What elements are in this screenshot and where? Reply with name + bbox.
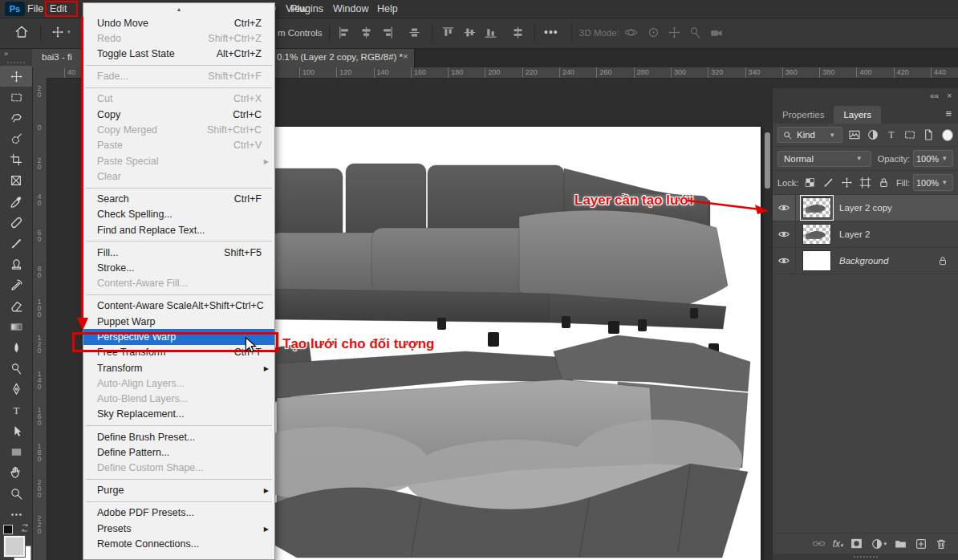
edit-menu-item[interactable]: Define Brush Preset... — [83, 429, 274, 444]
color-swatches[interactable] — [2, 528, 31, 560]
layer-row[interactable]: Layer 2 — [773, 221, 958, 248]
menu-plugins[interactable]: Plugins — [287, 0, 327, 18]
add-layer-mask-icon[interactable] — [850, 537, 863, 550]
edit-menu-item[interactable]: Auto-Blend Layers... — [83, 392, 274, 407]
edit-menu-item[interactable]: Define Custom Shape... — [83, 461, 274, 476]
align-left-edges-icon[interactable] — [338, 26, 351, 39]
3d-orbit-icon[interactable] — [624, 26, 638, 39]
align-top-edges-icon[interactable] — [441, 26, 455, 39]
link-layers-icon[interactable] — [812, 537, 826, 550]
align-right-edges-icon[interactable] — [380, 26, 394, 39]
edit-menu-item[interactable]: Sky Replacement... — [83, 407, 274, 422]
filter-shape-icon[interactable] — [903, 128, 916, 141]
edit-menu-item[interactable]: Clear — [83, 168, 274, 184]
transform-controls-label[interactable]: m Controls — [278, 28, 323, 38]
tool-eraser[interactable] — [0, 295, 32, 316]
tool-spot-healing-brush[interactable] — [0, 212, 32, 233]
edit-menu-item[interactable] — [83, 62, 274, 69]
edit-menu-item[interactable] — [83, 291, 274, 298]
blend-mode-select[interactable]: Normal▼ — [777, 151, 871, 167]
edit-menu-item[interactable]: Paste Special ▶ — [83, 153, 274, 168]
edit-menu-item[interactable]: Copy Ctrl+C — [83, 107, 274, 122]
swap-colors-icon[interactable] — [20, 523, 30, 533]
3d-roll-icon[interactable] — [647, 26, 660, 39]
layer-row[interactable]: Background — [773, 248, 958, 274]
tool-dodge[interactable] — [0, 358, 32, 379]
home-icon[interactable] — [14, 25, 29, 39]
tab-properties[interactable]: Properties — [773, 106, 834, 124]
3d-camera-icon[interactable] — [709, 26, 724, 40]
tool-eyedropper[interactable] — [0, 191, 32, 212]
menu-file[interactable]: File — [24, 0, 47, 18]
tab-layers[interactable]: Layers — [834, 106, 881, 124]
tool-pen[interactable] — [0, 379, 32, 400]
3d-pan-icon[interactable] — [668, 26, 681, 39]
toolbar-expand-icon[interactable]: » — [0, 48, 32, 59]
lock-pixels-icon[interactable] — [822, 177, 834, 189]
tool-type[interactable] — [0, 400, 32, 420]
tab-close-icon[interactable]: × — [403, 51, 408, 61]
tool-zoom[interactable] — [0, 483, 32, 504]
tool-move[interactable] — [0, 66, 32, 87]
tool-frame[interactable] — [0, 170, 32, 191]
layer-thumbnail[interactable] — [802, 197, 831, 218]
edit-menu-item[interactable]: Toggle Last State Alt+Ctrl+Z — [83, 47, 274, 62]
3d-slide-icon[interactable] — [688, 26, 702, 39]
tool-blur[interactable] — [0, 337, 32, 358]
edit-menu-item[interactable]: Presets ▶ — [83, 521, 274, 536]
edit-menu-item[interactable]: Content-Aware Fill... — [83, 276, 274, 291]
align-horizontal-centers-icon[interactable] — [359, 26, 373, 39]
fill-input[interactable]: 100%▼ — [913, 174, 953, 191]
panel-collapse-icon[interactable]: «« — [930, 91, 939, 100]
toolbar-grip[interactable] — [7, 62, 25, 63]
edit-menu-item[interactable]: Paste Ctrl+V — [83, 138, 274, 153]
tool-brush[interactable] — [0, 233, 32, 254]
new-layer-icon[interactable] — [915, 538, 928, 550]
foreground-color-swatch[interactable] — [4, 536, 25, 557]
lock-artboard-icon[interactable] — [859, 177, 871, 189]
layer-effects-icon[interactable]: fx▾ — [833, 538, 843, 550]
menu-window[interactable]: Window — [330, 0, 371, 18]
delete-layer-trash-icon[interactable] — [935, 538, 948, 550]
edit-menu-item[interactable]: Define Pattern... — [83, 444, 274, 460]
adjustment-layer-icon[interactable]: ▾ — [871, 538, 887, 550]
edit-menu-item[interactable]: Content-Aware Scale Alt+Shift+Ctrl+C — [83, 298, 274, 314]
edit-menu-item[interactable]: Fade... Shift+Ctrl+F — [83, 69, 274, 84]
edit-menu-item[interactable]: Remote Connections... — [83, 536, 274, 551]
more-options-icon[interactable]: ••• — [544, 26, 558, 39]
tool-rectangular-marquee[interactable] — [0, 87, 32, 108]
menu-scroll-up-icon[interactable]: ▲ — [83, 3, 274, 15]
tool-path-selection[interactable] — [0, 420, 32, 441]
filter-image-icon[interactable] — [848, 128, 861, 141]
tool-hand[interactable] — [0, 462, 32, 483]
opacity-input[interactable]: 100%▼ — [913, 150, 953, 167]
edit-menu-item[interactable]: Auto-Align Layers... — [83, 375, 274, 391]
panel-menu-icon[interactable]: ≡ — [945, 108, 952, 120]
tool-crop[interactable] — [0, 149, 32, 170]
edit-menu-item[interactable] — [83, 185, 274, 192]
layer-thumbnail[interactable] — [802, 224, 831, 245]
edit-menu-item[interactable] — [83, 498, 274, 505]
filter-type-icon[interactable] — [885, 128, 898, 141]
edit-menu-item[interactable] — [83, 237, 274, 245]
layer-visibility-eye-icon[interactable] — [773, 195, 796, 221]
default-colors-icon[interactable] — [3, 525, 13, 534]
photoshop-logo[interactable]: Ps — [5, 2, 25, 16]
distribute-vertical-icon[interactable] — [511, 26, 525, 39]
move-tool-preset-icon[interactable]: ▾ — [51, 26, 71, 39]
tool-gradient[interactable] — [0, 316, 32, 337]
align-vertical-centers-icon[interactable] — [408, 26, 421, 39]
edit-menu-item[interactable]: Redo Shift+Ctrl+Z — [83, 30, 274, 46]
edit-menu-item[interactable] — [83, 422, 274, 429]
filter-kind-select[interactable]: Kind ▼ — [777, 127, 842, 143]
tool-rectangle[interactable] — [0, 441, 32, 462]
canvas-vertical-scrollbar[interactable] — [765, 132, 770, 189]
filter-smart-object-icon[interactable] — [922, 128, 935, 141]
edit-menu-item[interactable]: Check Spelling... — [83, 207, 274, 222]
tool-polygonal-lasso[interactable] — [0, 108, 32, 128]
menu-help[interactable]: Help — [374, 0, 401, 18]
edit-menu-item[interactable]: Purge ▶ — [83, 483, 274, 498]
edit-menu-item[interactable]: Search Ctrl+F — [83, 191, 274, 206]
layer-thumbnail[interactable] — [802, 250, 831, 271]
edit-menu-item[interactable]: Find and Replace Text... — [83, 222, 274, 237]
